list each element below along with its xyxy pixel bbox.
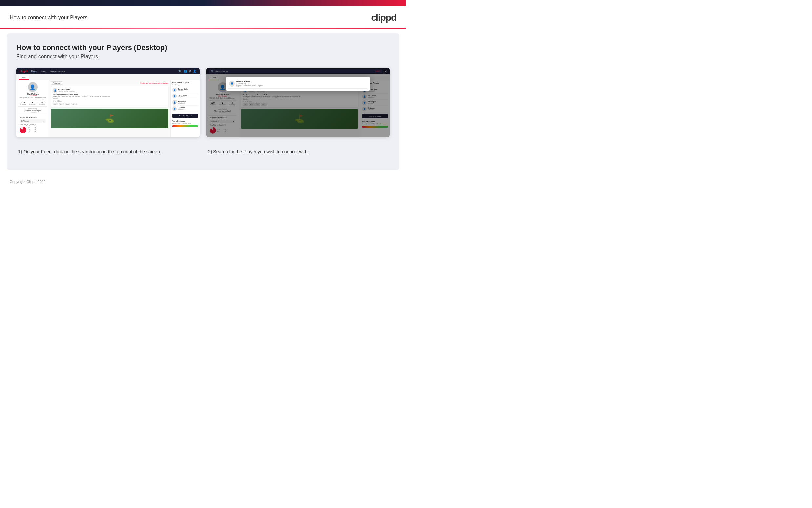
user-info: Richard Butler Yesterday · The Grove bbox=[58, 88, 75, 92]
score-circle: 84 bbox=[20, 127, 26, 133]
latest-activity: Latest Activity Afternoon round of golf … bbox=[18, 108, 47, 113]
app-ui-1: clippd Home Teams My Performance 🔍 👥 ⚙ 👤… bbox=[16, 68, 200, 136]
bar-ott: OTT 79 bbox=[28, 127, 36, 129]
activity-duration: Duration bbox=[53, 98, 166, 100]
selected-player: Eli Vincent bbox=[21, 120, 29, 122]
player-avatar-3: 👤 bbox=[172, 100, 177, 105]
nav-home[interactable]: Home bbox=[32, 70, 37, 72]
copyright-text: Copyright Clippd 2022 bbox=[10, 180, 46, 184]
team-dashboard-button[interactable]: Team Dashboard bbox=[172, 114, 198, 118]
player-info-2: Piers Parnell Activities: 4 bbox=[178, 94, 187, 98]
tag-arg: ARG bbox=[64, 103, 70, 105]
activity-duration-val: 02 hr : 00 min bbox=[53, 100, 166, 102]
activity-card: 👤 Richard Butler Yesterday · The Grove P… bbox=[51, 86, 168, 107]
page-footer: Copyright Clippd 2022 bbox=[0, 175, 406, 189]
top-bar bbox=[0, 0, 406, 6]
search-result-item[interactable]: 👤 Marcus Turner 1.5 Handicap Cypress Poi… bbox=[228, 79, 368, 89]
player-selector[interactable]: Eli Vincent ▾ bbox=[20, 120, 46, 123]
activity-tags: OTT APP ARG PUTT bbox=[53, 103, 166, 105]
tag-ott: OTT bbox=[53, 103, 58, 105]
tag-app: APP bbox=[59, 103, 64, 105]
header: How to connect with your Players clippd bbox=[0, 6, 406, 28]
nav-my-performance[interactable]: My Performance bbox=[50, 70, 64, 72]
screenshot-2: 🔍 Marcus Turner CLEAR ✕ Feed bbox=[206, 68, 390, 137]
player-info-4: Eli Vincent Activities: 1 bbox=[178, 107, 185, 110]
chevron-down-icon[interactable]: ▾ bbox=[43, 120, 44, 122]
users-icon[interactable]: 👥 bbox=[184, 70, 187, 73]
bar-app: APP 70 bbox=[28, 129, 36, 131]
main-subheading: Find and connect with your Players bbox=[16, 54, 390, 60]
following-bar: Following ▾ Control who can see your act… bbox=[51, 81, 168, 85]
app-navbar-1: clippd Home Teams My Performance 🔍 👥 ⚙ 👤 bbox=[16, 68, 200, 74]
screenshot-1: clippd Home Teams My Performance 🔍 👥 ⚙ 👤… bbox=[16, 68, 200, 137]
stat-followers: 3 Followers bbox=[29, 101, 36, 105]
screenshots-row: clippd Home Teams My Performance 🔍 👥 ⚙ 👤… bbox=[16, 68, 390, 137]
player-item-3: 👤 Hiral Pujara Activities: 3 bbox=[172, 99, 198, 106]
player-info-1: Richard Butler Activities: 7 bbox=[178, 88, 188, 92]
profile-card: Blair McHarg Golf Coach Mill Ride Golf C… bbox=[18, 82, 47, 113]
app-ui-2: 🔍 Marcus Turner CLEAR ✕ Feed bbox=[206, 68, 390, 137]
search-result-avatar: 👤 bbox=[229, 81, 235, 87]
search-result-info: Marcus Turner 1.5 Handicap Cypress Point… bbox=[236, 81, 263, 87]
stat-activities: 129 Activities bbox=[20, 101, 26, 105]
tag-putt: PUTT bbox=[71, 103, 77, 105]
team-heatmap-section: Team Heatmap Player Quality · 20 Round T… bbox=[172, 120, 198, 127]
caption-text-2: 2) Search for the Player you wish to con… bbox=[208, 148, 388, 155]
player-item-2: 👤 Piers Parnell Activities: 4 bbox=[172, 93, 198, 99]
activity-desc: Walking the course with my coach to buil… bbox=[53, 96, 166, 97]
header-divider bbox=[0, 28, 406, 29]
main-content: How to connect with your Players (Deskto… bbox=[7, 34, 399, 170]
page-title: How to connect with your Players bbox=[10, 15, 88, 21]
following-dropdown[interactable]: Following ▾ bbox=[51, 81, 63, 85]
activity-user: 👤 Richard Butler Yesterday · The Grove bbox=[53, 88, 166, 92]
stat-following: 4 Following bbox=[39, 101, 45, 105]
clippd-logo: clippd bbox=[371, 12, 396, 23]
feed-right-panel: Most Active Players Last 30 days 👤 Richa… bbox=[170, 80, 200, 136]
app-feed-main: Blair McHarg Golf Coach Mill Ride Golf C… bbox=[16, 80, 200, 136]
player-item-4: 👤 Eli Vincent Activities: 1 bbox=[172, 106, 198, 112]
profile-stats: 129 Activities 3 Followers 4 Following bbox=[18, 100, 47, 107]
nav-teams[interactable]: Teams bbox=[41, 70, 47, 72]
profile-club: Mill Ride Golf Club, United Kingdom bbox=[18, 97, 47, 99]
heatmap-subtitle: Player Quality · 20 Round Trend bbox=[172, 123, 198, 124]
heatmap-bar bbox=[172, 125, 198, 127]
caption-2: 2) Search for the Player you wish to con… bbox=[206, 143, 390, 157]
heatmap-title: Team Heatmap bbox=[172, 120, 198, 122]
player-avatar-1: 👤 bbox=[172, 88, 177, 92]
player-performance-title: Player Performance bbox=[20, 117, 46, 119]
nav-icons: 🔍 👥 ⚙ 👤 bbox=[178, 70, 196, 73]
profile-avatar bbox=[28, 82, 38, 92]
profile-icon[interactable]: 👤 bbox=[193, 70, 196, 73]
feed-left-panel: Blair McHarg Golf Coach Mill Ride Golf C… bbox=[16, 80, 49, 136]
feed-tab[interactable]: Feed bbox=[19, 76, 29, 80]
activity-photo bbox=[51, 109, 168, 128]
app-logo-1: clippd bbox=[20, 70, 28, 73]
settings-icon[interactable]: ⚙ bbox=[189, 70, 191, 73]
activity-title: Pre Tournament Course Walk bbox=[53, 93, 166, 95]
performance-bars: OTT 79 APP 70 bbox=[28, 127, 36, 133]
main-heading: How to connect with your Players (Deskto… bbox=[16, 43, 390, 52]
player-avatar-2: 👤 bbox=[172, 94, 177, 98]
most-active-title: Most Active Players bbox=[172, 82, 198, 84]
bar-arg: ARG 61 bbox=[28, 131, 36, 133]
search-result-overlay: 👤 Marcus Turner 1.5 Handicap Cypress Poi… bbox=[226, 77, 370, 91]
search-icon[interactable]: 🔍 bbox=[178, 70, 182, 73]
chevron-down-icon: ▾ bbox=[60, 82, 61, 84]
captions-row: 1) On your Feed, click on the search ico… bbox=[16, 143, 390, 157]
caption-1: 1) On your Feed, click on the search ico… bbox=[16, 143, 200, 157]
player-item-1: 👤 Richard Butler Activities: 7 bbox=[172, 87, 198, 93]
info-icon: ⓘ bbox=[34, 124, 36, 126]
player-performance-panel: Player Performance Eli Vincent ▾ Total P… bbox=[18, 115, 47, 134]
user-avatar: 👤 bbox=[53, 88, 57, 92]
feed-middle-panel: Following ▾ Control who can see your act… bbox=[49, 80, 170, 136]
player-info-3: Hiral Pujara Activities: 3 bbox=[178, 101, 186, 104]
most-active-subtitle: Last 30 days bbox=[172, 84, 198, 86]
player-avatar-4: 👤 bbox=[172, 106, 177, 111]
search-result-club: Cypress Point Club, United Kingdom bbox=[236, 85, 263, 87]
control-link[interactable]: Control who can see your activity and da… bbox=[140, 82, 168, 84]
caption-text-1: 1) On your Feed, click on the search ico… bbox=[18, 148, 198, 155]
